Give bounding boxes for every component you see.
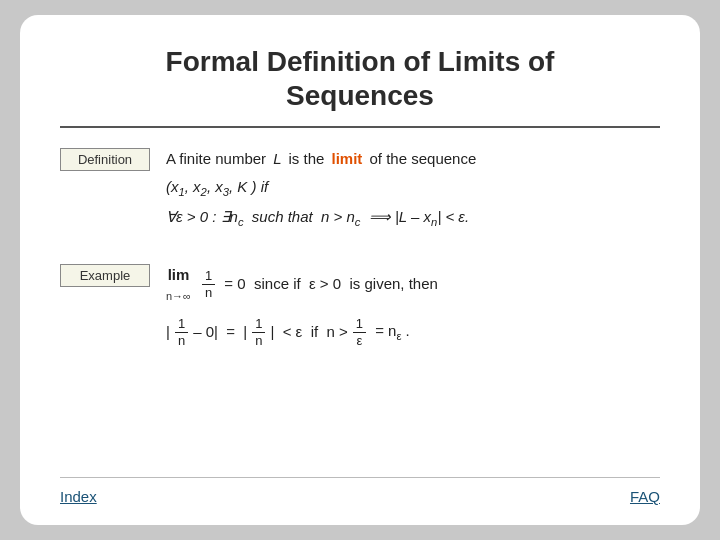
footer: Index FAQ bbox=[60, 477, 660, 505]
definition-section: Definition A finite number L is the limi… bbox=[60, 146, 660, 234]
def-line1: A finite number L is the limit of the se… bbox=[166, 146, 660, 172]
example-line1: lim n→∞ 1 n = 0 since if ε > 0 is given,… bbox=[166, 262, 660, 306]
def-line3: ∀ε > 0 : ∃nc such that n > nc ⟹ |L – xn|… bbox=[166, 204, 660, 232]
example-content: lim n→∞ 1 n = 0 since if ε > 0 is given,… bbox=[166, 262, 660, 350]
faq-link[interactable]: FAQ bbox=[630, 488, 660, 505]
example-line2: | 1 n – 0| = | 1 n | < ε if n > 1 ε bbox=[166, 316, 660, 348]
content-area: Definition A finite number L is the limi… bbox=[60, 146, 660, 467]
example-section: Example lim n→∞ 1 n = 0 since if ε > 0 i… bbox=[60, 262, 660, 350]
def-line2: (x1, x2, x3, K ) if bbox=[166, 174, 660, 202]
example-label: Example bbox=[60, 264, 150, 287]
definition-label: Definition bbox=[60, 148, 150, 171]
title-divider bbox=[60, 126, 660, 128]
page-title: Formal Definition of Limits of Sequences bbox=[60, 45, 660, 112]
index-link[interactable]: Index bbox=[60, 488, 97, 505]
main-card: Formal Definition of Limits of Sequences… bbox=[20, 15, 700, 525]
definition-content: A finite number L is the limit of the se… bbox=[166, 146, 660, 234]
